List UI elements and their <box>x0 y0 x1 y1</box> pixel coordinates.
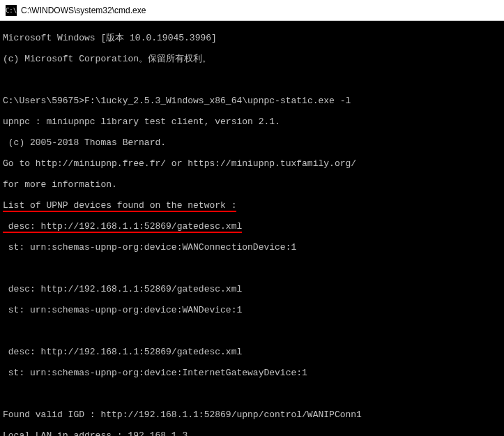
blank-line <box>3 75 501 85</box>
os-version-line: Microsoft Windows [版本 10.0.19045.3996] <box>3 33 501 43</box>
blank-line <box>3 326 501 336</box>
device-st-line: st: urn:schemas-upnp-org:device:WANConne… <box>3 242 501 253</box>
red-underline-annotation: List of UPNP devices found on the networ… <box>3 200 236 212</box>
window-title: C:\WINDOWS\system32\cmd.exe <box>21 6 146 15</box>
copyright-line: (c) Microsoft Corporation。保留所有权利。 <box>3 54 501 64</box>
red-underline-annotation: desc: http://192.168.1.1:52869/gatedesc.… <box>3 221 242 233</box>
device-list-header: List of UPNP devices found on the networ… <box>3 200 501 211</box>
window-titlebar: C:\ C:\WINDOWS\system32\cmd.exe <box>0 0 504 21</box>
terminal-output[interactable]: Microsoft Windows [版本 10.0.19045.3996] (… <box>0 21 504 436</box>
upnpc-info-line: upnpc : miniupnpc library test client, v… <box>3 116 501 127</box>
upnpc-url-line: Go to http://miniupnp.free.fr/ or https:… <box>3 158 501 169</box>
device-st-line: st: urn:schemas-upnp-org:device:WANDevic… <box>3 305 501 315</box>
device-desc-line: desc: http://192.168.1.1:52869/gatedesc.… <box>3 221 501 232</box>
command-text: F:\1ucky_2.5.3_Windows_x86_64\upnpc-stat… <box>84 96 351 106</box>
blank-line <box>3 263 501 273</box>
device-st-line: st: urn:schemas-upnp-org:device:Internet… <box>3 368 501 378</box>
cmd-icon: C:\ <box>6 5 17 16</box>
blank-line <box>3 389 501 399</box>
upnpc-copyright-line: (c) 2005-2018 Thomas Bernard. <box>3 137 501 148</box>
upnpc-info-more-line: for more information. <box>3 179 501 190</box>
device-desc-line: desc: http://192.168.1.1:52869/gatedesc.… <box>3 347 501 357</box>
command-line: C:\Users\59675>F:\1ucky_2.5.3_Windows_x8… <box>3 96 501 106</box>
prompt: C:\Users\59675> <box>3 96 84 106</box>
lan-ip-line: Local LAN ip address : 192.168.1.3 <box>3 430 501 436</box>
igd-found-line: Found valid IGD : http://192.168.1.1:528… <box>3 409 501 420</box>
device-desc-line: desc: http://192.168.1.1:52869/gatedesc.… <box>3 284 501 294</box>
